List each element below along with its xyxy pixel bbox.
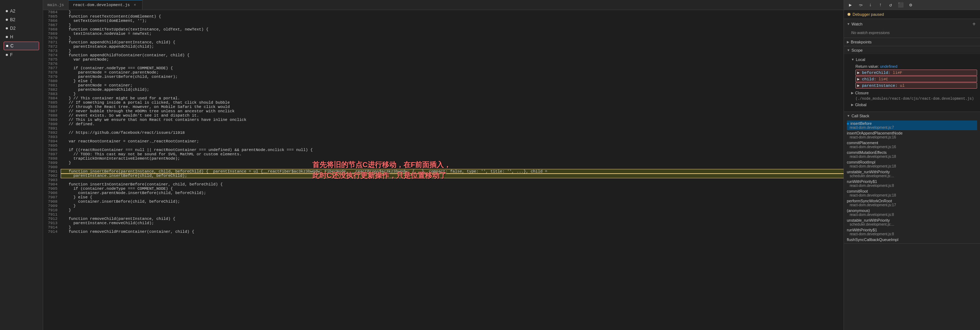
line-number: 7914 [43,225,61,230]
table-row: 7870 } [43,36,843,40]
line-number: 7909 [43,204,61,208]
table-row: 7880 } else { [43,79,843,83]
callstack-item[interactable]: runWithPriority$1 react-dom.development.… [847,179,977,188]
line-code [61,213,843,217]
sidebar-item-h[interactable]: H [3,33,39,41]
callstack-item[interactable]: flushSyncCallbackQueueImpl [847,237,977,243]
table-row: 7878 parentNode = container.parentNode; [43,70,843,75]
line-code: parentNode = container; [61,83,843,87]
callstack-item[interactable]: insertBefore react-dom.development.js:7 [847,121,977,130]
callstack-fn-name: unstable_runWithPriority [847,170,977,174]
line-code: } [61,208,843,213]
chevron-right-icon: ▶ [851,91,854,95]
callstack-item[interactable]: runWithPriority$1 react-dom.development.… [847,227,977,237]
breakpoints-header[interactable]: ▶ Breakpoints [844,38,980,46]
resume-button[interactable]: ▶ [847,2,854,9]
sidebar-item-a2[interactable]: A2 [3,7,39,15]
line-number: 7902 [43,174,61,178]
callstack-item[interactable]: performSyncWorkOnRoot react-dom.developm… [847,198,977,208]
line-code [61,135,843,139]
scope-section: ▼ Scope ▼ Local Return value: undefined … [844,46,980,112]
tab-main-js[interactable]: main.js [43,0,68,10]
line-code: // through the React tree. However, on M… [61,105,843,109]
callstack-fn-name: commitRootImpl [847,160,977,164]
global-header[interactable]: ▶ Global [851,101,977,109]
line-number: 7879 [43,75,61,79]
chevron-right-icon: ▶ [857,71,862,75]
callstack-item[interactable]: commitMutationEffects react-dom.developm… [847,149,977,159]
scope-var-beforechild[interactable]: ▶ beforeChild: li#F [856,70,977,76]
local-header[interactable]: ▼ Local [851,56,977,63]
stop-button[interactable]: ⬛ [897,2,904,9]
scope-var-child[interactable]: ▶ child: li#C [856,76,977,82]
chevron-right-icon: ▶ [857,77,862,81]
chevron-down-icon: ▼ [851,58,854,61]
line-code: } else { [61,79,843,83]
callstack-item[interactable]: commitPlacement react-dom.development.js… [847,140,977,149]
line-number: 7911 [43,213,61,217]
table-row: 7884 } // This container might be used f… [43,96,843,100]
add-watch-button[interactable]: + [971,21,977,27]
tab-react-dom[interactable]: react-dom.development.js × [68,0,142,10]
chevron-down-icon: ▼ [847,114,850,117]
line-code: function removeChild(parentInstance, chi… [61,217,843,221]
line-number: 7910 [43,208,61,213]
sidebar-item-b2[interactable]: B2 [3,16,39,24]
scope-var-parentinstance[interactable]: ▶ parentInstance: ul [856,82,977,89]
callstack-fn-name: flushSyncCallbackQueueImpl [847,238,977,242]
callstack-item[interactable]: (anonymous) react-dom.development.js:8 [847,208,977,217]
line-number: 7888 [43,113,61,117]
callstack-fn-name: performSyncWorkOnRoot [847,199,977,203]
line-code: var parentNode; [61,57,843,62]
callstack-file: react-dom.development.js:18 [850,194,977,197]
line-code [61,126,843,130]
code-editor[interactable]: 首先将旧的节点C进行移动，在F前面插入， 此时C还没执行更新操作，只是位置移动了… [43,10,843,330]
callstack-item[interactable]: unstable_runWithPriority scheduler.devel… [847,169,977,179]
callstack-item[interactable]: commitRoot react-dom.development.js:18 [847,188,977,198]
table-row: 7887 // never bubble through the #DOMn t… [43,109,843,113]
line-number: 7891 [43,126,61,130]
line-code: } // This container might be used for a … [61,96,843,100]
line-number: 7869 [43,32,61,36]
table-row: 7871 function appendChild(parentInstance… [43,40,843,44]
closure-header[interactable]: ▶ Closure [851,89,977,97]
sidebar-item-f[interactable]: F [3,51,39,59]
line-number: 7880 [43,79,61,83]
table-row: 7867 } [43,23,843,27]
var-name: beforeChild [862,71,888,75]
watch-header[interactable]: ▼ Watch + [844,19,980,29]
line-number: 7872 [43,44,61,49]
local-label: Local [856,57,865,62]
line-code: } [61,36,843,40]
sidebar-item-d2[interactable]: D2 [3,24,39,32]
step-over-button[interactable]: ⤼ [857,2,864,9]
table-row: 7908 container.insertBefore(child, befor… [43,200,843,204]
callstack-item[interactable]: insertOrAppendPlacementNode react-dom.de… [847,130,977,140]
callstack-item[interactable]: unstable_runWithPriority scheduler.devel… [847,217,977,227]
table-row: 7886 // through the React tree. However,… [43,105,843,109]
line-number: 7897 [43,152,61,156]
line-code: } [61,161,843,165]
settings-icon[interactable]: ⚙ [907,2,914,9]
sidebar-item-c[interactable]: C [3,41,39,50]
callstack-fn-name: insertOrAppendPlacementNode [847,131,977,135]
bullet-dot [6,36,8,38]
callstack-file: react-dom.development.js:16 [850,135,977,139]
callstack-header[interactable]: ▼ Call Stack [844,112,980,120]
line-number: 7905 [43,187,61,191]
line-number: 7904 [43,182,61,187]
table-row: 7865 function resetTextContent(domElemen… [43,14,843,19]
line-number: 7877 [43,66,61,70]
restart-button[interactable]: ↺ [887,2,894,9]
bullet-dot [6,54,8,56]
callstack-item[interactable]: commitRootImpl react-dom.development.js:… [847,159,977,169]
step-into-button[interactable]: ↓ [867,2,874,9]
line-code: } [61,49,843,53]
global-label: Global [855,103,867,107]
scope-header[interactable]: ▼ Scope [844,46,980,54]
line-number: 7913 [43,221,61,225]
step-out-button[interactable]: ↑ [877,2,884,9]
close-icon[interactable]: × [132,2,138,8]
line-code: function commitTextUpdate(textInstance, … [61,27,843,32]
table-row: 7885 // If something inside a portal is … [43,100,843,105]
